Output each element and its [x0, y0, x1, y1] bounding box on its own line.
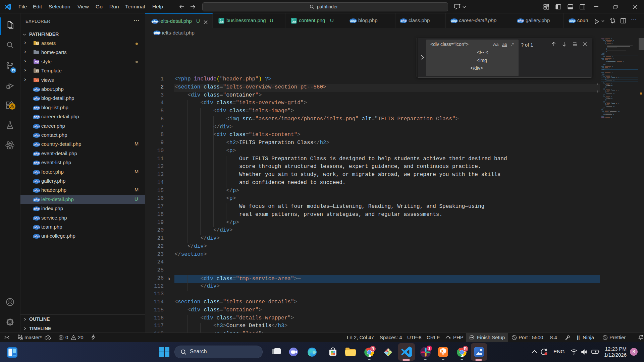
svg-text:CSS: CSS [35, 61, 39, 63]
svg-text:X: X [441, 349, 444, 354]
svg-text:‹›: ‹› [36, 79, 39, 82]
